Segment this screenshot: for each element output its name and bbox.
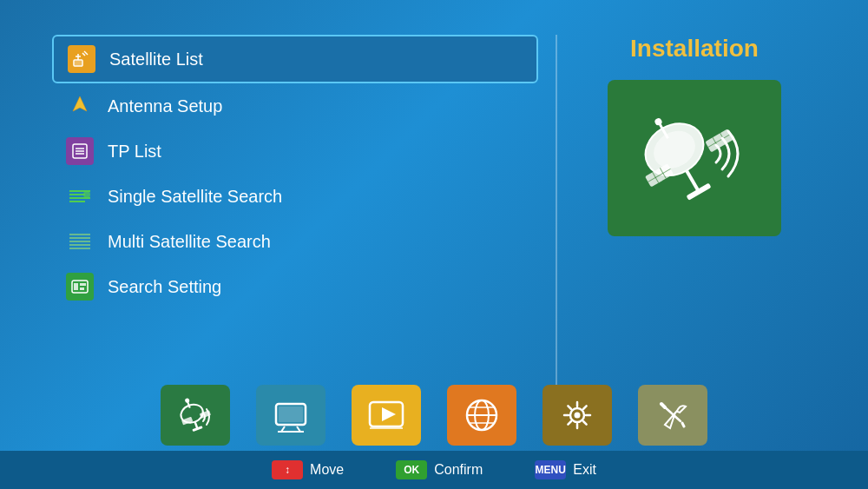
- sidebar-item-single-satellite-search[interactable]: Single Satellite Search: [52, 174, 538, 219]
- search-setting-label: Search Setting: [108, 277, 221, 297]
- bottom-icon-settings[interactable]: [542, 385, 612, 446]
- nav-move: ↕ Move: [272, 460, 344, 479]
- bottom-icon-media[interactable]: [352, 385, 421, 446]
- sidebar-item-tp-list[interactable]: TP List: [52, 129, 538, 174]
- vertical-divider: [556, 35, 557, 411]
- bottom-icon-internet[interactable]: [447, 385, 516, 446]
- bottom-icon-tools[interactable]: [638, 385, 707, 446]
- nav-exit: MENU Exit: [535, 460, 596, 479]
- satellite-list-label: Satellite List: [109, 50, 203, 69]
- svg-rect-48: [279, 406, 303, 422]
- exit-label: Exit: [573, 462, 596, 478]
- svg-line-43: [195, 422, 198, 429]
- sidebar-item-antenna-setup[interactable]: Antenna Setup: [52, 83, 538, 129]
- sidebar-item-search-setting[interactable]: Search Setting: [52, 264, 538, 309]
- svg-point-42: [184, 398, 189, 403]
- satellite-list-icon: [68, 45, 95, 73]
- svg-rect-31: [687, 183, 712, 201]
- svg-rect-45: [181, 417, 193, 426]
- main-menu: Satellite List Antenna Setup TP List: [52, 35, 538, 420]
- confirm-label: Confirm: [434, 462, 483, 478]
- svg-rect-3: [75, 61, 82, 65]
- svg-line-4: [82, 53, 85, 56]
- svg-rect-24: [80, 287, 84, 290]
- confirm-key: OK: [396, 460, 427, 479]
- single-satellite-search-label: Single Satellite Search: [108, 187, 282, 207]
- sidebar-item-multi-satellite-search[interactable]: Multi Satellite Search: [52, 219, 538, 264]
- svg-rect-22: [74, 283, 78, 290]
- svg-rect-23: [80, 283, 86, 286]
- svg-line-5: [84, 51, 88, 55]
- svg-marker-53: [382, 407, 396, 421]
- nav-confirm: OK Confirm: [396, 460, 483, 479]
- svg-marker-6: [73, 96, 87, 111]
- tp-list-label: TP List: [108, 142, 161, 162]
- sidebar-item-satellite-list[interactable]: Satellite List: [52, 35, 538, 83]
- move-key: ↕: [272, 460, 303, 479]
- satellite-image: [608, 80, 781, 236]
- antenna-icon: [66, 92, 94, 120]
- antenna-setup-label: Antenna Setup: [108, 96, 222, 116]
- multi-search-icon: [66, 228, 94, 255]
- move-label: Move: [310, 462, 344, 478]
- svg-line-63: [661, 404, 665, 407]
- right-panel: Installation: [573, 35, 816, 420]
- bottom-icon-tv[interactable]: [256, 385, 326, 446]
- svg-line-30: [687, 170, 699, 190]
- exit-key: MENU: [535, 460, 566, 479]
- bottom-icon-installation[interactable]: [161, 385, 230, 446]
- bottom-icons-bar: [0, 385, 868, 446]
- nav-bar: ↕ Move OK Confirm MENU Exit: [0, 451, 868, 489]
- svg-line-64: [682, 423, 684, 426]
- tp-list-icon: [66, 137, 94, 165]
- svg-point-61: [575, 413, 581, 419]
- installation-title: Installation: [630, 35, 759, 63]
- single-search-icon: [66, 182, 94, 210]
- multi-satellite-search-label: Multi Satellite Search: [108, 232, 271, 252]
- search-setting-icon: [66, 273, 94, 301]
- svg-point-15: [83, 191, 90, 198]
